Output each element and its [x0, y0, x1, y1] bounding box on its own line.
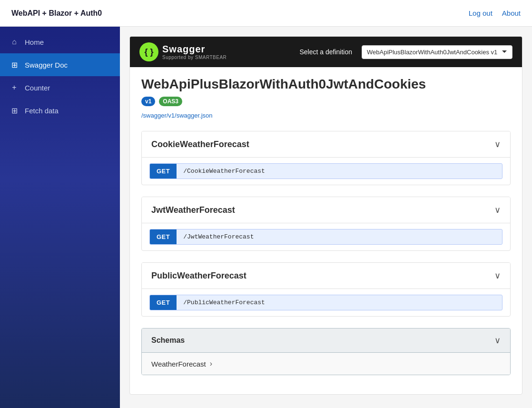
chevron-down-icon-public: ∨: [494, 270, 501, 281]
swagger-select-label: Select a definition: [299, 48, 352, 56]
sidebar-item-fetch-data[interactable]: ⊞ Fetch data: [0, 99, 120, 122]
logout-link[interactable]: Log out: [469, 9, 493, 17]
sidebar-item-counter[interactable]: + Counter: [0, 76, 120, 99]
badge-oas3: OAS3: [159, 97, 182, 106]
endpoint-section-public: PublicWeatherForecast ∨ GET /PublicWeath…: [141, 262, 511, 317]
schema-expand-arrow[interactable]: ›: [210, 359, 212, 368]
sidebar-item-home[interactable]: ⌂ Home: [0, 30, 120, 53]
endpoint-section-public-header[interactable]: PublicWeatherForecast ∨: [142, 263, 510, 289]
schemas-header[interactable]: Schemas ∨: [142, 328, 510, 353]
endpoint-path-jwt: /JwtWeatherForecast: [177, 229, 260, 244]
sidebar-item-swagger-label: Swagger Doc: [25, 61, 68, 69]
chevron-down-icon-cookie: ∨: [494, 139, 501, 149]
sidebar-item-counter-label: Counter: [25, 84, 50, 92]
endpoint-section-cookie: CookieWeatherForecast ∨ GET /CookieWeath…: [141, 131, 511, 185]
method-badge-public: GET: [150, 295, 177, 310]
method-badge-jwt: GET: [150, 229, 177, 244]
chevron-down-icon-schemas: ∨: [494, 335, 501, 346]
api-title: WebApiPlusBlazorWithAuth0JwtAndCookies: [141, 77, 511, 92]
sidebar-item-swagger-doc[interactable]: ⊞ Swagger Doc: [0, 53, 120, 76]
top-nav-links: Log out About: [469, 9, 521, 17]
schema-name-weather-forecast: WeatherForecast: [151, 360, 206, 368]
badge-v1: v1: [141, 97, 155, 106]
chevron-down-icon-jwt: ∨: [494, 205, 501, 215]
swagger-logo: { } Swagger Supported by SMARTBEAR: [139, 42, 227, 61]
endpoint-row-jwt-get[interactable]: GET /JwtWeatherForecast: [149, 229, 502, 245]
swagger-body: WebApiPlusBlazorWithAuth0JwtAndCookies v…: [130, 67, 522, 394]
swagger-container: { } Swagger Supported by SMARTBEAR Selec…: [129, 36, 522, 395]
method-badge-cookie: GET: [150, 164, 177, 179]
app-brand: WebAPI + Blazor + Auth0: [11, 9, 102, 18]
about-link[interactable]: About: [502, 9, 521, 17]
sidebar: ⌂ Home ⊞ Swagger Doc + Counter ⊞ Fetch d…: [0, 27, 120, 408]
swagger-json-link[interactable]: /swagger/v1/swagger.json: [141, 112, 213, 119]
endpoint-path-cookie: /CookieWeatherForecast: [177, 164, 272, 179]
endpoint-row-cookie-get[interactable]: GET /CookieWeatherForecast: [149, 163, 502, 179]
endpoint-path-public: /PublicWeatherForecast: [177, 295, 272, 310]
endpoint-section-jwt-title: JwtWeatherForecast: [151, 205, 235, 215]
grid-icon-swagger: ⊞: [10, 60, 19, 70]
schema-item-weather-forecast[interactable]: WeatherForecast ›: [142, 353, 510, 375]
swagger-definition-select[interactable]: WebApiPlusBlazorWithAuth0JwtAndCookies v…: [362, 45, 512, 59]
endpoint-section-jwt-header[interactable]: JwtWeatherForecast ∨: [142, 197, 510, 223]
swagger-logo-text: Swagger Supported by SMARTBEAR: [162, 44, 227, 60]
swagger-logo-sub: Supported by SMARTBEAR: [162, 55, 227, 60]
endpoint-section-jwt: JwtWeatherForecast ∨ GET /JwtWeatherFore…: [141, 197, 511, 251]
top-nav: WebAPI + Blazor + Auth0 Log out About: [0, 0, 532, 27]
app-body: ⌂ Home ⊞ Swagger Doc + Counter ⊞ Fetch d…: [0, 27, 532, 408]
swagger-logo-icon: { }: [139, 42, 158, 61]
endpoint-section-cookie-header[interactable]: CookieWeatherForecast ∨: [142, 131, 510, 158]
sidebar-item-home-label: Home: [25, 38, 44, 46]
endpoint-row-public-get[interactable]: GET /PublicWeatherForecast: [149, 295, 502, 310]
swagger-logo-name: Swagger: [162, 44, 227, 55]
schemas-section: Schemas ∨ WeatherForecast ›: [141, 328, 511, 375]
sidebar-item-fetch-label: Fetch data: [25, 107, 59, 115]
schemas-title: Schemas: [151, 336, 185, 345]
endpoint-section-public-title: PublicWeatherForecast: [151, 271, 246, 281]
home-icon: ⌂: [10, 37, 19, 47]
swagger-header: { } Swagger Supported by SMARTBEAR Selec…: [130, 37, 522, 67]
api-badges: v1 OAS3: [141, 97, 511, 106]
grid-icon-fetch: ⊞: [10, 106, 19, 115]
endpoint-section-cookie-title: CookieWeatherForecast: [151, 139, 249, 149]
plus-icon: +: [10, 83, 19, 92]
main-content: { } Swagger Supported by SMARTBEAR Selec…: [120, 27, 532, 408]
